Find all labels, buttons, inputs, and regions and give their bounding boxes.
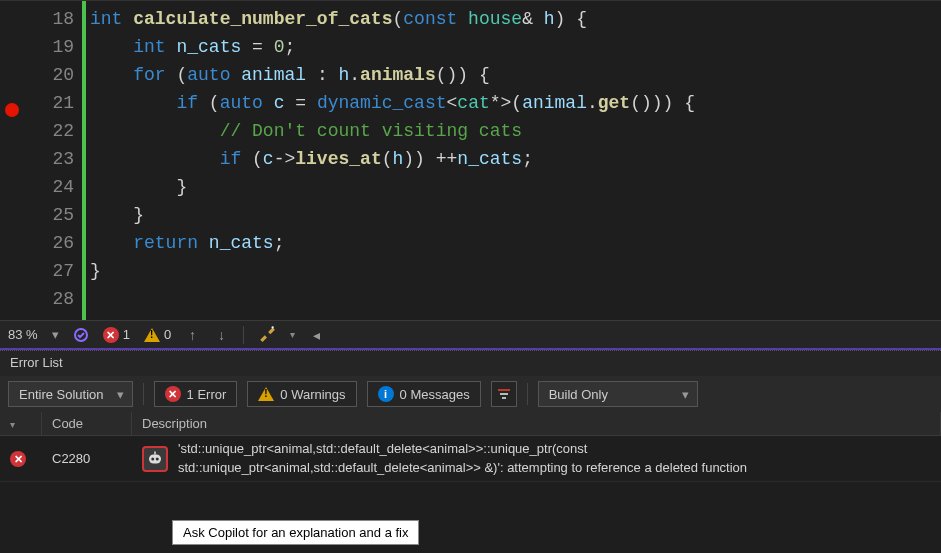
error-count-value: 1 (123, 327, 130, 342)
warning-count-value: 0 (164, 327, 171, 342)
breakpoint-icon[interactable] (5, 103, 19, 117)
warning-icon (258, 387, 274, 401)
error-list-toolbar: Entire Solution ✕ 1 Error 0 Warnings i 0… (0, 376, 941, 412)
description-line1: 'std::unique_ptr<animal,std::default_del… (178, 440, 747, 458)
separator (243, 326, 244, 344)
copilot-tooltip: Ask Copilot for an explanation and a fix (172, 520, 419, 545)
error-count[interactable]: ✕ 1 (103, 327, 130, 343)
code-line[interactable] (90, 285, 941, 313)
row-code-cell: C2280 (42, 447, 132, 470)
nav-up-icon[interactable]: ↑ (185, 327, 200, 343)
svg-rect-5 (149, 454, 161, 463)
collapse-left-icon[interactable]: ◂ (309, 327, 324, 343)
code-editor[interactable]: 1819202122232425262728 int calculate_num… (0, 0, 941, 320)
table-header: ▾ Code Description (0, 412, 941, 436)
warning-icon (144, 328, 160, 342)
panel-title-text: Error List (10, 355, 63, 370)
code-line[interactable]: int n_cats = 0; (90, 33, 941, 61)
error-icon: ✕ (165, 386, 181, 402)
error-icon: ✕ (10, 451, 26, 467)
error-list-panel-title: Error List (0, 350, 941, 376)
header-code-col[interactable]: Code (42, 412, 132, 435)
messages-filter-label: 0 Messages (400, 387, 470, 402)
build-filter-dropdown[interactable]: Build Only (538, 381, 698, 407)
header-icon-col[interactable]: ▾ (0, 412, 42, 435)
table-row[interactable]: ✕ C2280 'std::unique_ptr<animal,std::def… (0, 436, 941, 482)
separator (143, 383, 144, 405)
copilot-icon[interactable] (142, 446, 168, 472)
code-line[interactable]: // Don't count visiting cats (90, 117, 941, 145)
row-severity-cell: ✕ (0, 447, 42, 471)
code-line[interactable]: int calculate_number_of_cats(const house… (90, 5, 941, 33)
svg-rect-2 (498, 389, 510, 391)
line-number-gutter: 1819202122232425262728 (24, 1, 86, 320)
error-list-table: ▾ Code Description ✕ C2280 'std::unique_… (0, 412, 941, 482)
warning-count[interactable]: 0 (144, 327, 171, 342)
code-area[interactable]: int calculate_number_of_cats(const house… (86, 1, 941, 320)
error-icon: ✕ (103, 327, 119, 343)
separator (527, 383, 528, 405)
zoom-dropdown-icon[interactable]: ▾ (52, 327, 59, 342)
editor-status-bar: 83 % ▾ ✕ 1 0 ↑ ↓ ▾ ◂ (0, 320, 941, 350)
header-description-col[interactable]: Description (132, 412, 941, 435)
filter-button[interactable] (491, 381, 517, 407)
svg-rect-3 (500, 393, 508, 395)
warnings-filter-label: 0 Warnings (280, 387, 345, 402)
code-line[interactable]: } (90, 173, 941, 201)
code-line[interactable]: if (auto c = dynamic_cast<cat*>(animal.g… (90, 89, 941, 117)
scope-dropdown[interactable]: Entire Solution (8, 381, 133, 407)
code-line[interactable]: for (auto animal : h.animals()) { (90, 61, 941, 89)
svg-point-6 (151, 457, 154, 460)
svg-point-1 (272, 326, 274, 328)
errors-filter-label: 1 Error (187, 387, 227, 402)
zoom-level[interactable]: 83 % (8, 327, 38, 342)
svg-rect-4 (502, 397, 506, 399)
code-line[interactable]: if (c->lives_at(h)) ++n_cats; (90, 145, 941, 173)
svg-rect-8 (154, 451, 156, 454)
info-icon: i (378, 386, 394, 402)
errors-filter-button[interactable]: ✕ 1 Error (154, 381, 238, 407)
messages-filter-button[interactable]: i 0 Messages (367, 381, 481, 407)
breakpoint-margin[interactable] (0, 1, 24, 320)
warnings-filter-button[interactable]: 0 Warnings (247, 381, 356, 407)
code-line[interactable]: return n_cats; (90, 229, 941, 257)
cleanup-icon[interactable] (258, 324, 276, 345)
cleanup-dropdown-icon[interactable]: ▾ (290, 329, 295, 340)
svg-point-7 (156, 457, 159, 460)
code-line[interactable]: } (90, 201, 941, 229)
description-line2: std::unique_ptr<animal,std::default_dele… (178, 459, 747, 477)
row-description-cell: 'std::unique_ptr<animal,std::default_del… (178, 440, 747, 476)
nav-down-icon[interactable]: ↓ (214, 327, 229, 343)
health-indicator-icon[interactable] (73, 327, 89, 343)
code-line[interactable]: } (90, 257, 941, 285)
